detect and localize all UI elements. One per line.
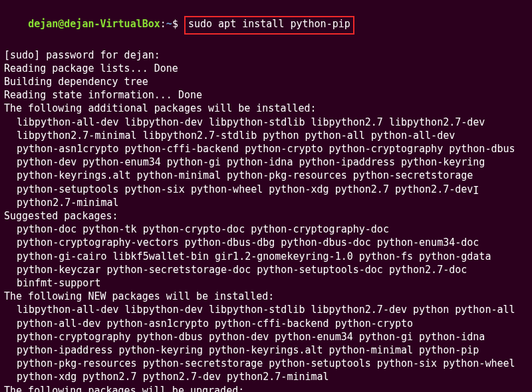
- prompt-path: ~: [166, 18, 172, 30]
- output-line: python-cryptography-vectors python-dbus-…: [4, 236, 528, 249]
- prompt-user-host: dejan@dejan-VirtualBox: [28, 18, 160, 30]
- output-line: python-doc python-tk python-crypto-doc p…: [4, 223, 528, 236]
- output-line: [sudo] password for dejan:: [4, 49, 528, 62]
- output-text: python-setuptools python-six python-whee…: [17, 183, 473, 195]
- output-line: Reading package lists... Done: [4, 62, 528, 75]
- command-text: sudo apt install python-pip: [188, 18, 350, 30]
- output-line: python-all-dev python-asn1crypto python-…: [4, 317, 528, 330]
- output-line: python2.7-minimal: [4, 196, 528, 209]
- text-cursor-icon: I: [473, 184, 479, 197]
- output-line: Reading state information... Done: [4, 88, 528, 102]
- output-line: Building dependency tree: [4, 75, 528, 88]
- output-line: The following NEW packages will be insta…: [4, 290, 528, 303]
- output-line: The following additional packages will b…: [4, 102, 528, 115]
- output-line: python-ipaddress python-keyring python-k…: [4, 343, 528, 357]
- output-line: python-pkg-resources python-secretstorag…: [4, 357, 528, 370]
- output-line: python-dev python-enum34 python-gi pytho…: [4, 155, 528, 169]
- output-line: libpython2.7-minimal libpython2.7-stdlib…: [4, 129, 528, 142]
- output-line: Suggested packages:: [4, 209, 528, 223]
- output-line: python-gi-cairo libkf5wallet-bin gir1.2-…: [4, 250, 528, 263]
- prompt-colon: :: [160, 18, 166, 30]
- terminal-output[interactable]: dejan@dejan-VirtualBox:~$ sudo apt insta…: [4, 3, 528, 392]
- output-line: python-keyczar python-secretstorage-doc …: [4, 263, 528, 276]
- output-line: libpython-all-dev libpython-dev libpytho…: [4, 116, 528, 129]
- output-line: libpython-all-dev libpython-dev libpytho…: [4, 303, 528, 316]
- command-highlight: sudo apt install python-pip: [184, 16, 354, 35]
- output-line: The following packages will be upgraded:: [4, 384, 528, 392]
- output-line: python-cryptography python-dbus python-d…: [4, 330, 528, 343]
- output-line: python-keyrings.alt python-minimal pytho…: [4, 169, 528, 182]
- output-line: python-xdg python2.7 python2.7-dev pytho…: [4, 370, 528, 383]
- output-line: binfmt-support: [4, 276, 528, 290]
- output-line: python-asn1crypto python-cffi-backend py…: [4, 142, 528, 155]
- output-line: python-setuptools python-six python-whee…: [4, 183, 528, 196]
- prompt-line: dejan@dejan-VirtualBox:~$ sudo apt insta…: [4, 3, 528, 49]
- prompt-dollar: $: [172, 18, 184, 30]
